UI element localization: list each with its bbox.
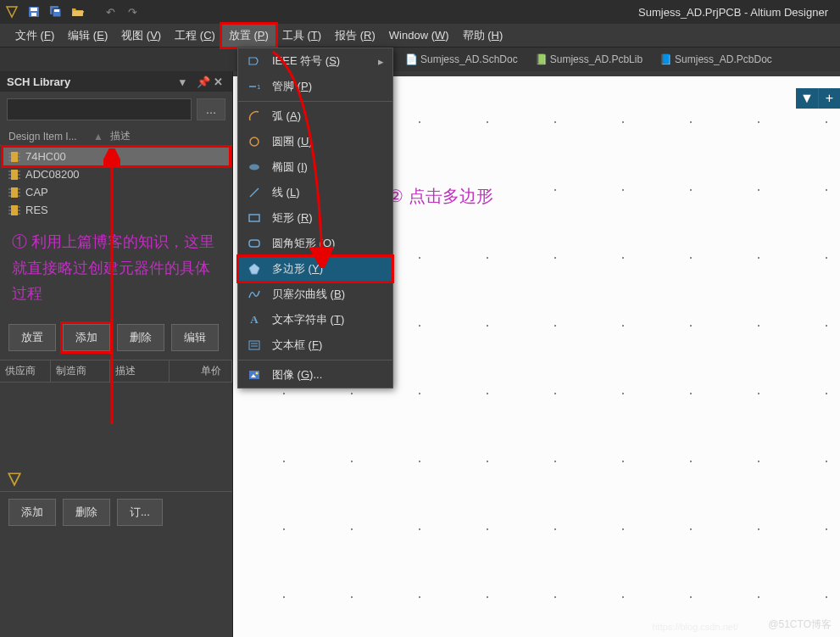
delete-button-2[interactable]: 删除 [63,499,110,526]
menu-round-rectangle[interactable]: 圆角矩形 (O) [238,231,392,256]
menu-place[interactable]: 放置 (P) [222,25,275,47]
component-icon [8,169,20,181]
component-list: 74HC00 ADC08200 CAP RES [0,146,232,221]
altium-logo-icon [7,472,22,487]
menu-report[interactable]: 报告 (R) [328,25,382,47]
add-button-2[interactable]: 添加 [8,499,56,526]
menu-help[interactable]: 帮助 (H) [456,25,510,47]
bezier-icon [247,287,262,302]
svg-rect-1 [31,8,37,11]
pcb-icon: 📘 [659,53,671,65]
list-item[interactable]: RES [3,201,229,219]
menu-file[interactable]: 文件 (F) [8,25,61,47]
sch-library-panel: SCH Library ▾ 📌 ✕ … Design Item I... ▲ 描… [0,71,233,637]
filter-icon[interactable]: ▼ [796,88,818,109]
component-icon [8,204,20,216]
add-button[interactable]: 添加 [63,324,110,351]
undo-icon[interactable]: ↶ [102,3,119,20]
circle-icon [247,134,262,149]
place-button[interactable]: 放置 [8,324,56,351]
component-icon [8,151,20,163]
menu-tools[interactable]: 工具 (T) [275,25,328,47]
sch-icon: 📄 [405,53,417,65]
svg-rect-2 [31,13,36,16]
delete-button[interactable]: 删除 [117,324,164,351]
save-all-icon[interactable] [47,3,64,20]
menu-bezier[interactable]: 贝塞尔曲线 (B) [238,282,392,307]
menu-image[interactable]: 图像 (G)... [238,362,392,388]
search-input[interactable] [7,98,192,120]
menu-edit[interactable]: 编辑 (E) [61,25,114,47]
panel-header: SCH Library ▾ 📌 ✕ [0,71,232,92]
menu-ieee-symbols[interactable]: IEEE 符号 (S) [238,48,392,74]
list-item[interactable]: 74HC00 [3,148,229,165]
document-tabs: 📄Sumjess_AD.SchDoc 📗Sumjess_AD.PcbLib 📘S… [0,47,840,71]
plus-icon[interactable]: + [818,88,840,109]
tab-schdoc[interactable]: 📄Sumjess_AD.SchDoc [398,52,525,67]
order-button[interactable]: 订... [117,499,163,526]
svg-rect-45 [249,371,259,379]
svg-rect-27 [11,205,18,215]
menu-polygon[interactable]: 多边形 (Y) [238,256,392,282]
textbox-icon [247,338,262,353]
annotation-2: ② ② 点击多边形点击多边形 [388,185,493,208]
svg-rect-40 [249,240,259,247]
svg-line-38 [250,188,259,197]
list-item[interactable]: ADC08200 [3,165,229,183]
list-item[interactable]: CAP [3,183,229,201]
menu-text-frame[interactable]: 文本框 (F) [238,332,392,358]
rect-icon [247,210,262,226]
col-manufacturer[interactable]: 制造商 [51,360,110,382]
arc-icon [247,109,262,124]
panel-title: SCH Library [7,75,70,88]
svg-point-37 [249,165,259,170]
table-body [0,383,232,467]
panel-pin-icon[interactable]: 📌 [197,75,209,87]
menu-view[interactable]: 视图 (V) [114,25,168,47]
col-description[interactable]: 描述 [110,360,170,382]
save-icon[interactable] [25,3,42,20]
menu-pin[interactable]: 1 管脚 (P) [238,74,392,99]
svg-rect-13 [11,170,18,180]
menu-line[interactable]: 线 (L) [238,180,392,205]
menu-ellipse[interactable]: 椭圆 (I) [238,154,392,180]
panel-close-icon[interactable]: ✕ [214,75,225,87]
redo-icon[interactable]: ↷ [124,3,141,20]
edit-button[interactable]: 编辑 [171,324,219,351]
svg-point-36 [250,137,259,146]
list-column-headers: Design Item I... ▲ 描述 [0,127,232,146]
ieee-icon [247,53,262,69]
col-price[interactable]: 单价 [170,360,232,382]
tab-pcblib[interactable]: 📗Sumjess_AD.PcbLib [528,52,649,67]
menu-arc[interactable]: 弧 (A) [238,103,392,129]
text-icon: A [247,312,262,327]
menu-project[interactable]: 工程 (C) [168,25,222,47]
open-folder-icon[interactable] [70,3,86,20]
panel-dropdown-icon[interactable]: ▾ [180,75,192,87]
svg-text:1: 1 [257,83,261,91]
image-icon [247,367,262,383]
col-supplier[interactable]: 供应商 [0,360,51,382]
menu-circle[interactable]: 圆圈 (U) [238,129,392,154]
svg-rect-6 [11,152,18,162]
svg-rect-42 [249,341,259,349]
watermark: @51CTO博客 [768,617,832,632]
svg-rect-5 [54,9,59,12]
ellipse-icon [247,159,262,175]
tab-pcbdoc[interactable]: 📘Sumjess_AD.PcbDoc [653,52,779,67]
line-icon [247,185,262,200]
supplier-table: 供应商 制造商 描述 单价 [0,360,232,467]
window-title: Sumjess_AD.PrjPCB - Altium Designer [146,6,837,19]
svg-marker-41 [249,264,259,274]
browse-button[interactable]: … [197,98,225,120]
menu-rectangle[interactable]: 矩形 (R) [238,205,392,231]
menu-window[interactable]: Window (W) [382,25,456,45]
svg-rect-20 [11,187,18,198]
app-logo-icon [3,3,20,20]
roundrect-icon [247,236,262,251]
titlebar: ↶ ↷ Sumjess_AD.PrjPCB - Altium Designer [0,0,840,24]
svg-rect-39 [249,215,259,221]
menu-text-string[interactable]: A 文本字符串 (T) [238,307,392,332]
pin-icon: 1 [247,79,262,94]
component-icon [8,187,20,198]
